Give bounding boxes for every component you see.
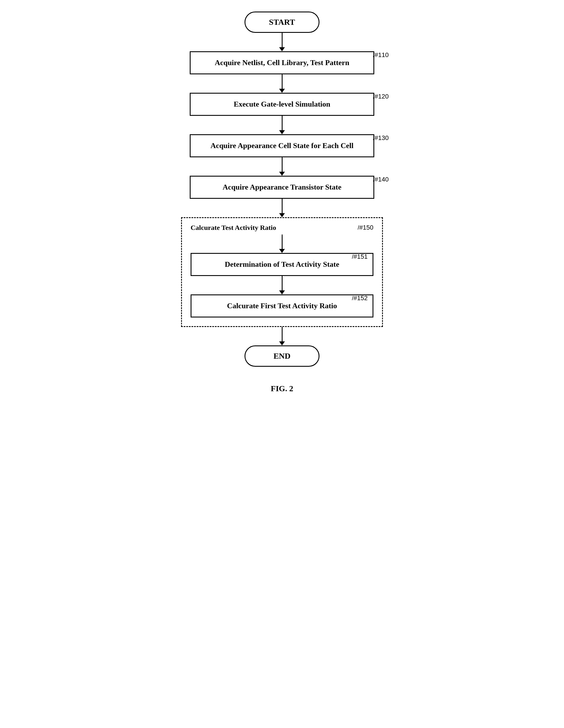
arrow-line [282, 116, 283, 130]
step-130-label: /#130 [373, 134, 389, 142]
step-110-label: /#110 [373, 51, 389, 59]
step-140-row: Acquire Appearance Transistor State /#14… [169, 176, 395, 199]
group-150-row: Calcurate Test Activity Ratio /#150 Dete… [169, 217, 395, 327]
step-152-row: Calcurate First Test Activity Ratio /#15… [190, 294, 374, 317]
arrow-head [279, 172, 285, 176]
arrow-head [279, 290, 285, 294]
step-110-box: Acquire Netlist, Cell Library, Test Patt… [190, 51, 374, 74]
step-120-text: Execute Gate-level Simulation [233, 100, 330, 108]
end-row: END [169, 345, 395, 367]
start-row: START [169, 12, 395, 33]
step-151-row: Determination of Test Activity State /#1… [190, 253, 374, 276]
arrow-line [282, 276, 283, 290]
step-151-label: /#151 [352, 253, 368, 260]
group-150-box: Calcurate Test Activity Ratio /#150 Dete… [181, 217, 383, 327]
step-130-row: Acquire Appearance Cell State for Each C… [169, 134, 395, 157]
step-120-label: /#120 [373, 93, 389, 100]
arrow-head [279, 213, 285, 217]
arrow-head [279, 89, 285, 93]
figure-caption: FIG. 2 [271, 384, 293, 393]
arrow-line [282, 157, 283, 172]
arrow-head [279, 130, 285, 134]
step-130-text: Acquire Appearance Cell State for Each C… [210, 141, 354, 150]
arrow-line [282, 235, 283, 249]
arrow-head [279, 47, 285, 51]
arrow-6 [279, 235, 285, 253]
arrow-4 [279, 157, 285, 176]
arrow-5 [279, 199, 285, 217]
step-151-text: Determination of Test Activity State [224, 260, 339, 268]
step-152-box: Calcurate First Test Activity Ratio [190, 294, 374, 317]
step-130-box: Acquire Appearance Cell State for Each C… [190, 134, 374, 157]
step-140-label: /#140 [373, 176, 389, 183]
step-152-text: Calcurate First Test Activity Ratio [227, 302, 337, 310]
group-label-text: Calcurate Test Activity Ratio [190, 224, 276, 232]
arrow-line [282, 33, 283, 47]
step-140-text: Acquire Appearance Transistor State [222, 183, 342, 191]
step-152-label: /#152 [352, 294, 368, 302]
arrow-head [279, 249, 285, 253]
arrow-head [279, 341, 285, 345]
arrow-line [282, 327, 283, 341]
step-120-box: Execute Gate-level Simulation [190, 93, 374, 116]
arrow-line [282, 199, 283, 213]
step-120-row: Execute Gate-level Simulation /#120 [169, 93, 395, 116]
arrow-1 [279, 33, 285, 51]
arrow-7 [279, 276, 285, 294]
step-151-box: Determination of Test Activity State [190, 253, 374, 276]
end-node: END [244, 345, 320, 367]
start-label: START [269, 18, 295, 27]
end-label: END [273, 351, 291, 360]
arrow-3 [279, 116, 285, 134]
start-node: START [244, 12, 320, 33]
arrow-2 [279, 74, 285, 93]
step-150-label: /#150 [358, 224, 374, 231]
arrow-line [282, 74, 283, 89]
flowchart-container: START Acquire Netlist, Cell Library, Tes… [169, 12, 395, 393]
arrow-8 [279, 327, 285, 345]
step-110-row: Acquire Netlist, Cell Library, Test Patt… [169, 51, 395, 74]
step-140-box: Acquire Appearance Transistor State [190, 176, 374, 199]
step-110-text: Acquire Netlist, Cell Library, Test Patt… [215, 58, 350, 67]
